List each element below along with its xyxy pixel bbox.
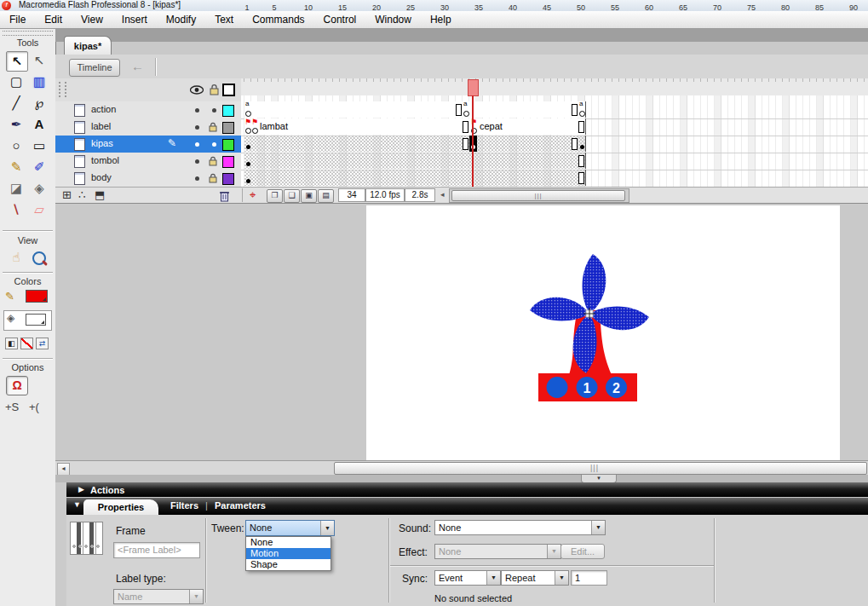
frames-row-body[interactable]	[241, 170, 868, 188]
menu-text[interactable]: Text	[205, 12, 243, 27]
layer-outline-color[interactable]	[222, 122, 234, 134]
fill-color-swatch[interactable]	[26, 314, 46, 326]
selection-tool[interactable]: ↖	[6, 51, 28, 72]
brush-tool[interactable]: ✐	[29, 158, 49, 176]
layer-outline-color[interactable]	[222, 105, 234, 117]
frames-row-kipas[interactable]	[241, 136, 868, 153]
frame-label-input[interactable]: <Frame Label>	[113, 542, 200, 558]
tween-select[interactable]: None ▼	[245, 520, 335, 536]
sync-select[interactable]: Event ▼	[434, 570, 501, 586]
layer-outline-color[interactable]	[222, 156, 234, 168]
tab-properties[interactable]: Properties	[83, 499, 158, 515]
current-frame-indicator[interactable]: 34	[338, 188, 365, 202]
insert-layer-button[interactable]: ⊞	[62, 188, 72, 201]
onion-skin-button[interactable]: ❐	[267, 189, 283, 203]
menu-insert[interactable]: Insert	[112, 12, 157, 27]
delete-layer-trash-button[interactable]	[219, 189, 230, 202]
layer-visible-dot[interactable]	[195, 108, 199, 113]
menu-commands[interactable]: Commands	[243, 12, 313, 27]
back-arrow-icon[interactable]: ←	[131, 59, 144, 73]
document-tab-kipas[interactable]: kipas*	[64, 36, 112, 55]
label-type-select[interactable]: Name ▼	[113, 589, 204, 604]
layer-row-tombol[interactable]: tombol	[55, 153, 241, 170]
lasso-tool[interactable]: ℘	[29, 94, 49, 113]
frames-row-tombol[interactable]	[241, 153, 868, 170]
tab-filters[interactable]: Filters	[170, 500, 198, 511]
layer-visible-dot[interactable]	[195, 176, 199, 181]
pen-tool[interactable]: ✒	[6, 115, 26, 134]
frame-rate-indicator[interactable]: 12.0 fps	[365, 188, 405, 202]
layer-lock-icon[interactable]	[209, 156, 217, 166]
collapse-triangle-icon[interactable]: ▼	[73, 500, 81, 509]
timeline-scrollbar-thumb[interactable]: |||	[451, 190, 625, 201]
layer-row-label[interactable]: label	[55, 118, 241, 136]
line-tool[interactable]: ╱	[6, 94, 26, 113]
layer-visible-dot[interactable]	[195, 125, 199, 130]
menu-modify[interactable]: Modify	[157, 12, 205, 27]
actions-panel-bar[interactable]: ▶ Actions	[66, 482, 868, 497]
layer-lock-icon[interactable]	[209, 122, 217, 132]
gradient-transform-tool[interactable]: ▥	[29, 72, 49, 91]
layer-row-action[interactable]: action	[55, 101, 241, 119]
insert-layer-folder-button[interactable]: ⬒	[95, 188, 105, 201]
subselection-tool[interactable]: ↖	[29, 51, 49, 70]
ink-bottle-tool[interactable]: ◪	[6, 179, 26, 198]
menu-window[interactable]: Window	[365, 12, 421, 27]
pencil-tool[interactable]: ✎	[6, 158, 26, 176]
stage-scrollbar-thumb[interactable]: |||	[334, 462, 867, 475]
stroke-color-swatch[interactable]	[26, 290, 48, 303]
menu-view[interactable]: View	[72, 12, 112, 27]
base-button-plain[interactable]	[547, 377, 568, 398]
timeline-toggle-button[interactable]: Timeline	[69, 59, 120, 77]
edit-multiple-frames-button[interactable]: ▣	[301, 189, 317, 203]
oval-tool[interactable]: ○	[6, 136, 26, 155]
free-transform-tool[interactable]: ▢	[6, 72, 26, 91]
center-frame-button[interactable]: ⌖	[250, 188, 256, 202]
outline-layers-icon[interactable]	[222, 84, 235, 96]
eraser-tool[interactable]: ▱	[29, 200, 49, 219]
lock-layers-icon[interactable]	[210, 84, 219, 95]
tab-parameters[interactable]: Parameters	[215, 500, 266, 511]
playhead-handle[interactable]	[468, 79, 479, 96]
add-motion-guide-button[interactable]: ∴	[78, 188, 85, 201]
paint-bucket-tool[interactable]: ◈	[29, 179, 49, 198]
expand-triangle-icon[interactable]: ▶	[78, 485, 84, 493]
zoom-tool[interactable]	[32, 251, 46, 265]
elapsed-time-indicator[interactable]: 2.8s	[405, 188, 435, 202]
swap-colors-button[interactable]: ⇄	[36, 338, 49, 349]
timeline-grip[interactable]	[59, 82, 66, 97]
rectangle-tool[interactable]: ▭	[29, 136, 49, 155]
onion-skin-outlines-button[interactable]: ❑	[284, 189, 300, 203]
eyedropper-tool[interactable]: ∖	[6, 200, 26, 219]
stage-pasteboard[interactable]: 1 2	[55, 203, 868, 461]
text-tool[interactable]: A	[29, 115, 49, 134]
timeline-frame-ruler[interactable]	[241, 78, 868, 96]
menu-help[interactable]: Help	[421, 12, 461, 27]
effect-select[interactable]: None ▼	[434, 544, 561, 559]
menu-edit[interactable]: Edit	[35, 12, 72, 27]
layer-row-body[interactable]: body	[55, 170, 241, 188]
pinwheel-drawing[interactable]: 1 2	[507, 252, 677, 410]
layer-outline-color[interactable]	[222, 139, 234, 151]
edit-sound-button[interactable]: Edit...	[560, 544, 605, 559]
layer-row-kipas[interactable]: kipas ✎	[55, 136, 241, 153]
layer-visible-dot[interactable]	[195, 142, 199, 147]
repeat-count-input[interactable]: 1	[571, 570, 607, 586]
show-hide-layers-icon[interactable]	[190, 85, 204, 95]
panel-grip[interactable]	[3, 31, 53, 36]
stage-scroll-left-button[interactable]: ◂	[57, 463, 70, 476]
frames-row-label[interactable]: ⚑ ⚑ lambat ⚑ cepat	[241, 118, 868, 136]
menu-file[interactable]: File	[0, 12, 35, 27]
layer-unlocked-dot[interactable]	[212, 108, 216, 113]
hand-tool[interactable]: ☝	[6, 248, 26, 267]
menu-control[interactable]: Control	[314, 12, 366, 27]
timeline-scrollbar-track[interactable]: |||	[449, 188, 629, 203]
straighten-option-button[interactable]: +(	[29, 401, 39, 413]
black-white-colors-button[interactable]: ◧	[5, 338, 18, 349]
tween-option-none[interactable]: None	[246, 537, 331, 548]
smooth-option-button[interactable]: +S	[5, 401, 19, 413]
snap-to-objects-button[interactable]: Ω	[6, 376, 28, 395]
layer-lock-icon[interactable]	[209, 173, 217, 183]
tween-option-motion[interactable]: Motion	[246, 548, 331, 559]
layer-visible-dot[interactable]	[195, 159, 199, 164]
